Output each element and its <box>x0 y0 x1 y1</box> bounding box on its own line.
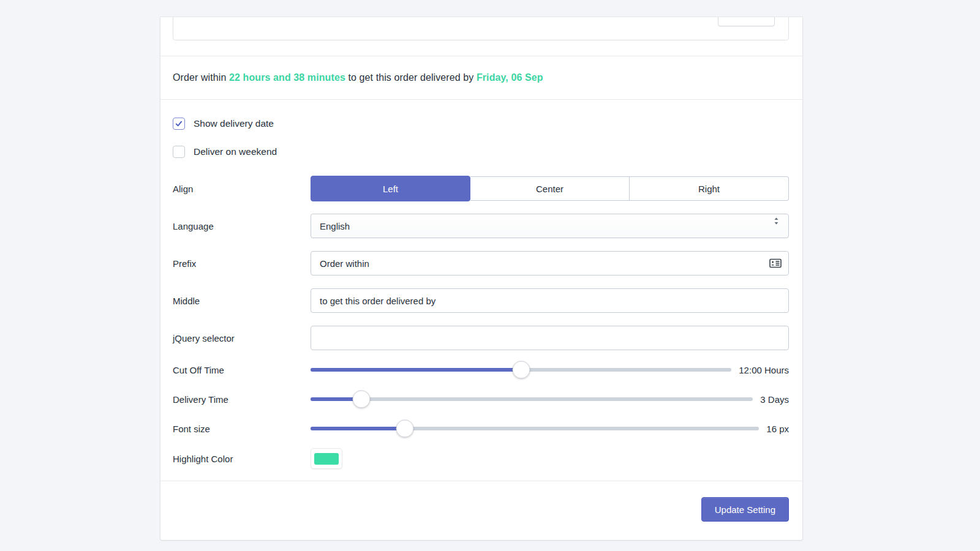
top-partial-card <box>173 17 789 40</box>
slider-value-label: 3 Days <box>760 394 789 405</box>
settings-form: Show delivery dateDeliver on weekend Ali… <box>160 100 802 469</box>
select-stepper-icon <box>773 216 780 226</box>
jquery-selector-row: jQuery selector <box>160 326 802 350</box>
preview-highlight-text: 22 hours and 38 minutes <box>229 72 345 83</box>
delivery-preview-text: Order within 22 hours and 38 minutes to … <box>173 72 543 83</box>
delivery-time-label: Delivery Time <box>160 394 311 405</box>
checkbox-label[interactable]: Deliver on weekend <box>194 146 277 157</box>
middle-label: Middle <box>160 296 311 306</box>
checkbox-row: Deliver on weekend <box>173 146 802 158</box>
preview-highlight-text: Friday, 06 Sep <box>477 72 543 83</box>
top-partial-button[interactable] <box>718 17 775 26</box>
checkbox-label[interactable]: Show delivery date <box>194 118 274 129</box>
slider-thumb[interactable] <box>353 391 371 408</box>
align-row: Align LeftCenterRight <box>160 176 802 201</box>
slider-fill <box>311 427 405 430</box>
align-option-right[interactable]: Right <box>630 176 789 201</box>
page-canvas: Order within 22 hours and 38 minutes to … <box>0 0 980 551</box>
slider-row: Delivery Time3 Days <box>160 391 802 408</box>
cut-off-time-slider[interactable] <box>311 361 731 378</box>
slider-value-label: 16 px <box>766 424 789 434</box>
language-select-value: English <box>320 221 350 231</box>
highlight-color-picker[interactable] <box>311 448 342 469</box>
language-select[interactable]: English <box>311 214 789 238</box>
slider-track[interactable] <box>311 397 753 401</box>
delivery-time-slider[interactable] <box>311 391 753 408</box>
contact-card-icon <box>769 258 782 268</box>
align-option-left[interactable]: Left <box>311 176 470 201</box>
slider-row: Font size16 px <box>160 420 802 437</box>
slider-row: Cut Off Time12:00 Hours <box>160 361 802 378</box>
prefix-input[interactable] <box>311 251 789 276</box>
slider-group: Cut Off Time12:00 HoursDelivery Time3 Da… <box>160 361 802 437</box>
slider-thumb[interactable] <box>512 361 530 379</box>
slider-value-label: 12:00 Hours <box>739 365 789 375</box>
align-label: Align <box>160 184 311 194</box>
checkbox-group: Show delivery dateDeliver on weekend <box>160 118 802 158</box>
highlight-color-row: Highlight Color <box>160 448 802 469</box>
slider-thumb[interactable] <box>396 420 413 438</box>
preview-plain-text: Order within <box>173 72 229 83</box>
align-button-group: LeftCenterRight <box>311 176 789 201</box>
card-footer: Update Setting <box>160 481 802 540</box>
checkbox-row: Show delivery date <box>173 118 802 130</box>
middle-row: Middle <box>160 288 802 313</box>
font-size-label: Font size <box>160 424 311 434</box>
cut-off-time-label: Cut Off Time <box>160 365 311 375</box>
middle-input[interactable] <box>311 288 789 313</box>
prefix-row: Prefix <box>160 251 802 276</box>
checkbox-unchecked[interactable] <box>173 146 185 158</box>
highlight-color-label: Highlight Color <box>160 454 311 464</box>
top-partial-section <box>160 17 802 56</box>
settings-card: Order within 22 hours and 38 minutes to … <box>160 17 802 540</box>
prefix-label: Prefix <box>160 258 311 269</box>
jquery-selector-input[interactable] <box>311 326 789 350</box>
checkbox-checked[interactable] <box>173 118 185 130</box>
language-label: Language <box>160 221 311 231</box>
jquery-selector-label: jQuery selector <box>160 333 311 343</box>
delivery-preview-banner: Order within 22 hours and 38 minutes to … <box>160 56 802 100</box>
highlight-color-swatch <box>314 453 339 465</box>
align-option-center[interactable]: Center <box>470 176 630 201</box>
language-row: Language English <box>160 214 802 238</box>
update-setting-button[interactable]: Update Setting <box>701 497 789 522</box>
preview-plain-text: to get this order delivered by <box>345 72 477 83</box>
font-size-slider[interactable] <box>311 420 759 437</box>
slider-fill <box>311 368 521 372</box>
